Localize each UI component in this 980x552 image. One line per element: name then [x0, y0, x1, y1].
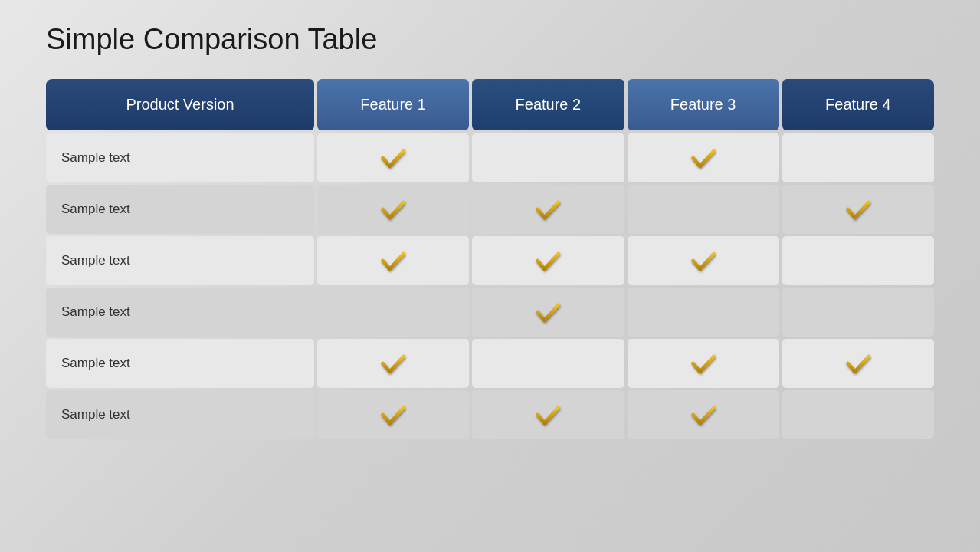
- row-4-feature-2-cell: [472, 339, 624, 388]
- header-feature3: Feature 3: [628, 79, 779, 130]
- checkmark-icon: [534, 298, 562, 326]
- row-1-feature-3-cell: [628, 185, 779, 234]
- checkmark-icon: [379, 247, 407, 274]
- page-title: Simple Comparison Table: [46, 23, 934, 56]
- checkmark-icon: [844, 196, 872, 223]
- row-label: Sample text: [46, 236, 314, 285]
- row-label: Sample text: [46, 390, 314, 439]
- row-0-feature-2-cell: [472, 133, 624, 182]
- checkmark-icon: [534, 196, 562, 223]
- header-feature4: Feature 4: [782, 79, 934, 130]
- row-0-feature-3-cell: [628, 133, 779, 182]
- row-0-feature-4-cell: [782, 133, 934, 182]
- row-3-feature-3-cell: [628, 288, 779, 337]
- checkmark-icon: [690, 144, 717, 172]
- checkmark-icon: [379, 350, 407, 377]
- checkmark-icon: [379, 144, 407, 172]
- row-label: Sample text: [46, 339, 314, 388]
- row-4-feature-1-cell: [317, 339, 469, 388]
- checkmark-icon: [690, 401, 717, 429]
- row-2-feature-3-cell: [628, 236, 779, 285]
- row-1-feature-4-cell: [782, 185, 934, 234]
- row-3-feature-2-cell: [472, 288, 624, 337]
- row-label: Sample text: [46, 185, 314, 234]
- row-4-feature-3-cell: [628, 339, 779, 388]
- header-product-version: Product Version: [46, 79, 314, 130]
- checkmark-icon: [690, 350, 717, 377]
- checkmark-icon: [534, 247, 562, 274]
- checkmark-icon: [379, 401, 407, 429]
- comparison-table: Product Version Feature 1 Feature 2 Feat…: [46, 79, 934, 439]
- row-0-feature-1-cell: [317, 133, 469, 182]
- checkmark-icon: [690, 247, 717, 274]
- row-5-feature-2-cell: [472, 390, 624, 439]
- row-5-feature-4-cell: [782, 390, 934, 439]
- row-5-feature-3-cell: [628, 390, 779, 439]
- table-row: Sample text: [46, 236, 934, 285]
- table-header: Product Version Feature 1 Feature 2 Feat…: [46, 79, 934, 130]
- row-2-feature-4-cell: [782, 236, 934, 285]
- checkmark-icon: [379, 196, 407, 223]
- row-1-feature-2-cell: [472, 185, 624, 234]
- row-3-feature-1-cell: [317, 288, 469, 337]
- header-feature2: Feature 2: [472, 79, 624, 130]
- table-row: Sample text: [46, 185, 934, 234]
- checkmark-icon: [534, 401, 562, 429]
- table-body: Sample textSample textSample textSample …: [46, 133, 934, 439]
- table-row: Sample text: [46, 133, 934, 182]
- row-label: Sample text: [46, 133, 314, 182]
- checkmark-icon: [844, 350, 872, 377]
- row-2-feature-2-cell: [472, 236, 624, 285]
- row-4-feature-4-cell: [782, 339, 934, 388]
- table-row: Sample text: [46, 390, 934, 439]
- table-row: Sample text: [46, 288, 934, 337]
- table-row: Sample text: [46, 339, 934, 388]
- row-5-feature-1-cell: [317, 390, 469, 439]
- row-3-feature-4-cell: [782, 288, 934, 337]
- row-1-feature-1-cell: [317, 185, 469, 234]
- header-feature1: Feature 1: [317, 79, 469, 130]
- row-2-feature-1-cell: [317, 236, 469, 285]
- row-label: Sample text: [46, 288, 314, 337]
